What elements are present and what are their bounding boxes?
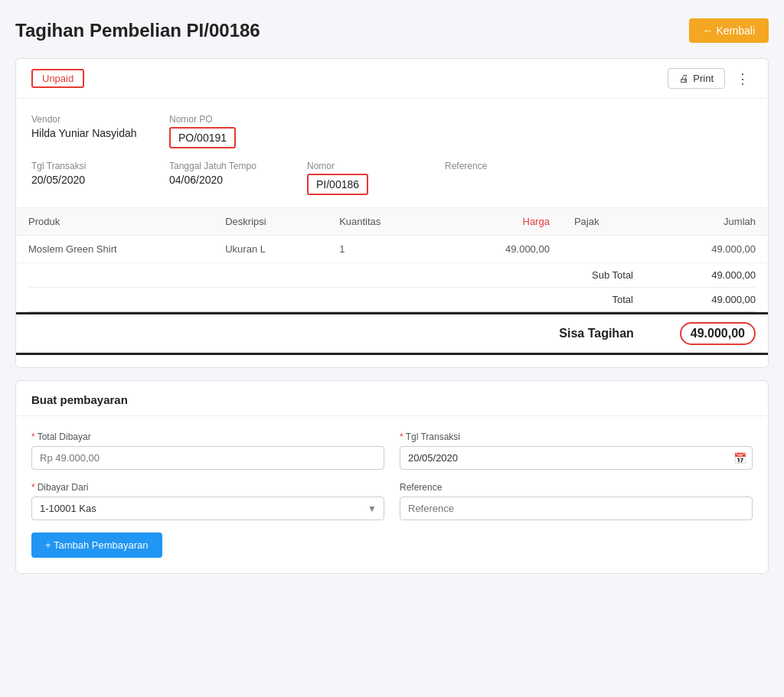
cell-pajak	[562, 236, 648, 263]
info-row-1: Vendor Hilda Yuniar Nasyidah Nomor PO PO…	[31, 114, 753, 148]
print-button[interactable]: 🖨 Print	[668, 68, 725, 89]
card-top-bar: Unpaid 🖨 Print ⋮	[16, 59, 768, 99]
sub-total-row: Sub Total 49.000,00	[28, 263, 756, 288]
table-header-row: Produk Deskripsi Kuantitas Harga Pajak J…	[16, 208, 768, 236]
tgl-transaksi-payment-label: * Tgl Transaksi	[400, 432, 753, 442]
cell-harga: 49.000,00	[442, 236, 562, 263]
tambah-pembayaran-button[interactable]: + Tambah Pembayaran	[31, 533, 162, 558]
info-section: Vendor Hilda Yuniar Nasyidah Nomor PO PO…	[16, 99, 768, 208]
dibayar-dari-select-wrapper: 1-10001 Kas ▼	[31, 497, 384, 520]
th-jumlah: Jumlah	[648, 208, 768, 236]
total-dibayar-input[interactable]	[31, 446, 384, 470]
th-kuantitas: Kuantitas	[327, 208, 442, 236]
payment-row-1: * Total Dibayar * Tgl Transaksi 📅	[31, 432, 753, 470]
sisa-section: Sisa Tagihan 49.000,00	[16, 312, 768, 355]
vendor-value: Hilda Yuniar Nasyidah	[31, 127, 139, 139]
dibayar-dari-group: * Dibayar Dari 1-10001 Kas ▼	[31, 482, 384, 520]
tgl-transaksi-payment-input[interactable]	[400, 446, 753, 470]
invoice-table: Produk Deskripsi Kuantitas Harga Pajak J…	[16, 208, 768, 263]
th-deskripsi: Deskripsi	[213, 208, 327, 236]
table-row: Moslem Green Shirt Ukuran L 1 49.000,00 …	[16, 236, 768, 263]
nomor-value: PI/00186	[316, 178, 359, 191]
total-row: Total 49.000,00	[28, 288, 756, 312]
sisa-value: 49.000,00	[680, 322, 756, 345]
tgl-transaksi-value: 20/05/2020	[31, 174, 139, 186]
reference-group: Reference	[445, 161, 552, 195]
tgl-transaksi-payment-group: * Tgl Transaksi 📅	[400, 432, 753, 470]
vendor-label: Vendor	[31, 114, 139, 125]
reference-label: Reference	[445, 161, 552, 171]
page-header: Tagihan Pembelian PI/00186 ← Kembali	[15, 18, 769, 43]
page-title: Tagihan Pembelian PI/00186	[15, 20, 260, 41]
nomor-box: PI/00186	[307, 174, 368, 195]
nomor-po-box: PO/00191	[169, 127, 236, 148]
dibayar-dari-label: * Dibayar Dari	[31, 482, 384, 493]
cell-kuantitas: 1	[327, 236, 442, 263]
th-harga: Harga	[442, 208, 562, 236]
subtotal-wrapper: Sub Total 49.000,00 Total 49.000,00	[16, 263, 768, 312]
more-button[interactable]: ⋮	[733, 70, 753, 87]
th-pajak: Pajak	[562, 208, 648, 236]
cell-deskripsi: Ukuran L	[213, 236, 327, 263]
table-container: Produk Deskripsi Kuantitas Harga Pajak J…	[16, 208, 768, 367]
total-label: Total	[557, 294, 633, 305]
payment-row-2: * Dibayar Dari 1-10001 Kas ▼ Reference	[31, 482, 753, 520]
printer-icon: 🖨	[679, 73, 689, 84]
nomor-group: Nomor PI/00186	[307, 161, 414, 195]
cell-jumlah: 49.000,00	[648, 236, 768, 263]
reference-payment-label: Reference	[400, 482, 753, 493]
nomor-po-group: Nomor PO PO/00191	[169, 114, 276, 148]
th-produk: Produk	[16, 208, 213, 236]
nomor-label: Nomor	[307, 161, 414, 171]
info-row-2: Tgl Transaksi 20/05/2020 Tanggal Jatuh T…	[31, 161, 753, 195]
tgl-transaksi-label: Tgl Transaksi	[31, 161, 139, 171]
payment-body: * Total Dibayar * Tgl Transaksi 📅	[16, 416, 768, 573]
nomor-po-label: Nomor PO	[169, 114, 276, 125]
required-star-1: *	[31, 432, 35, 442]
status-badge: Unpaid	[31, 69, 84, 88]
dibayar-dari-select[interactable]: 1-10001 Kas	[31, 497, 384, 520]
tanggal-jatuh-tempo-group: Tanggal Jatuh Tempo 04/06/2020	[169, 161, 276, 195]
reference-payment-group: Reference	[400, 482, 753, 520]
tgl-transaksi-group: Tgl Transaksi 20/05/2020	[31, 161, 139, 195]
nomor-po-value: PO/00191	[178, 132, 227, 144]
top-bar-actions: 🖨 Print ⋮	[668, 68, 753, 89]
total-dibayar-label: * Total Dibayar	[31, 432, 384, 442]
tanggal-jatuh-tempo-value: 04/06/2020	[169, 174, 276, 186]
sisa-label: Sisa Tagihan	[559, 327, 634, 340]
vendor-group: Vendor Hilda Yuniar Nasyidah	[31, 114, 139, 148]
required-star-3: *	[31, 482, 35, 493]
tgl-transaksi-input-wrapper: 📅	[400, 446, 753, 470]
payment-title: Buat pembayaran	[16, 381, 768, 416]
reference-payment-input[interactable]	[400, 497, 753, 520]
total-dibayar-group: * Total Dibayar	[31, 432, 384, 470]
cell-produk: Moslem Green Shirt	[16, 236, 213, 263]
sub-total-value: 49.000,00	[679, 269, 756, 281]
payment-card: Buat pembayaran * Total Dibayar * Tgl Tr…	[15, 380, 769, 574]
back-button[interactable]: ← Kembali	[689, 18, 769, 43]
required-star-2: *	[400, 432, 403, 442]
total-value: 49.000,00	[679, 294, 756, 305]
invoice-card: Unpaid 🖨 Print ⋮ Vendor Hilda Yuniar Nas…	[15, 58, 769, 368]
tanggal-jatuh-tempo-label: Tanggal Jatuh Tempo	[169, 161, 276, 171]
sub-total-label: Sub Total	[557, 269, 633, 281]
